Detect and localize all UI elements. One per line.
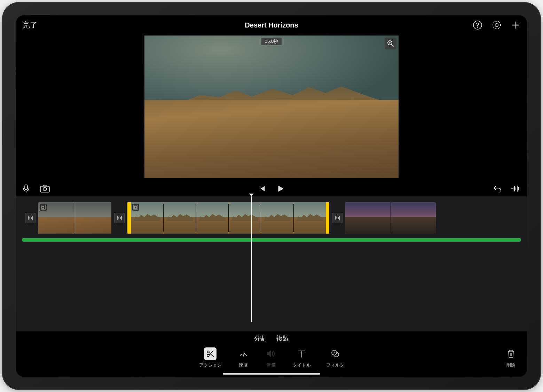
clip-trim-handle-left[interactable] [127,202,131,234]
top-bar: 完了 Desert Horizons [16,15,527,35]
playhead[interactable] [251,196,252,322]
camera-button[interactable] [40,184,50,193]
video-preview[interactable]: 15.0秒 [144,36,399,178]
tool-volume: 音量 [265,347,277,368]
waveform-toggle-button[interactable] [511,185,521,193]
svg-rect-11 [134,206,136,209]
svg-point-14 [243,355,244,356]
clip-duration-badge: 15.0秒 [261,38,282,45]
preview-area: 15.0秒 [16,35,527,181]
svg-point-2 [493,21,501,29]
speaker-icon [265,347,277,360]
transition-start[interactable] [25,213,36,223]
trash-icon [505,347,517,360]
text-icon [296,347,308,360]
tool-action[interactable]: アクション [199,347,222,368]
undo-button[interactable] [493,185,502,193]
help-icon[interactable] [473,20,482,30]
tool-title-label: タイトル [293,362,311,368]
transition-1-2[interactable] [114,213,125,223]
add-media-button[interactable] [511,20,521,30]
tool-filter-label: フィルタ [326,362,344,368]
kenburns-icon [132,204,139,211]
tool-title[interactable]: タイトル [293,347,311,368]
speedometer-icon [237,347,250,360]
tool-speed-label: 速度 [239,362,248,368]
tool-action-label: アクション [199,362,222,368]
home-indicator[interactable] [223,373,320,375]
timeline-clip-1[interactable] [38,202,111,234]
filter-circles-icon [329,347,341,360]
svg-rect-9 [42,206,44,209]
svg-point-7 [43,187,47,191]
skip-to-start-button[interactable] [259,185,266,192]
timeline-clip-2-selected[interactable] [127,202,329,234]
clip-trim-handle-right[interactable] [326,202,329,234]
video-track [22,201,521,235]
inspector-bar: 分割 複製 アクション 速度 音量 [16,331,527,377]
transition-2-3[interactable] [332,213,343,223]
transport-bar [16,181,527,196]
audio-track[interactable] [22,238,521,242]
svg-point-3 [495,24,498,27]
project-title: Desert Horizons [16,21,527,29]
split-action[interactable]: 分割 [254,334,267,343]
timeline[interactable] [16,196,527,331]
svg-point-1 [477,27,478,28]
svg-point-16 [334,352,339,357]
svg-rect-5 [25,185,27,190]
settings-gear-icon[interactable] [491,20,502,30]
tool-speed[interactable]: 速度 [237,347,250,368]
kenburns-icon [40,204,47,211]
timeline-clip-3[interactable] [345,202,436,234]
zoom-in-button[interactable] [385,38,396,49]
tool-delete-label: 削除 [506,362,516,368]
scissors-icon [204,347,217,360]
play-button[interactable] [277,185,284,193]
svg-point-15 [332,350,337,355]
done-button[interactable]: 完了 [22,20,38,30]
device-frame: 完了 Desert Horizons 15.0秒 [2,2,541,390]
tool-delete[interactable]: 削除 [505,347,517,368]
tool-filter[interactable]: フィルタ [326,347,344,368]
app-screen: 完了 Desert Horizons 15.0秒 [16,15,527,377]
microphone-button[interactable] [22,184,30,193]
tool-volume-label: 音量 [267,362,276,368]
duplicate-action[interactable]: 複製 [276,334,289,343]
